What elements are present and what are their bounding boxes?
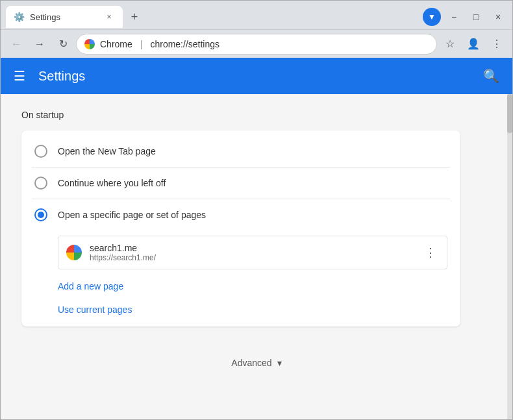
radio-button-1[interactable]: [34, 145, 47, 158]
download-icon: ▼: [428, 12, 436, 21]
back-button[interactable]: ←: [6, 34, 27, 55]
address-url: chrome://settings: [150, 39, 429, 49]
menu-button[interactable]: ⋮: [486, 34, 507, 55]
startup-option-3[interactable]: Open a specific page or set of pages: [21, 199, 460, 230]
startup-option-1-label: Open the New Tab page: [58, 146, 156, 156]
address-separator: |: [140, 39, 143, 49]
advanced-section: Advanced ▾: [1, 342, 512, 384]
bookmark-button[interactable]: ☆: [440, 34, 460, 55]
startup-page-item: search1.me https://search1.me/ ⋮: [58, 236, 447, 269]
settings-page-title: Settings: [38, 69, 483, 84]
use-current-pages-button[interactable]: Use current pages: [21, 298, 460, 321]
page-name: search1.me: [90, 243, 422, 253]
startup-option-2[interactable]: Continue where you left off: [21, 167, 460, 199]
new-tab-button[interactable]: +: [125, 8, 144, 26]
site-icon: [84, 39, 95, 49]
page-info: search1.me https://search1.me/: [90, 243, 422, 262]
startup-options-card: Open the New Tab page Continue where you…: [21, 130, 460, 327]
scrollbar-thumb[interactable]: [507, 94, 512, 133]
startup-option-1[interactable]: Open the New Tab page: [21, 136, 460, 167]
tab-favicon: ⚙️: [14, 12, 25, 22]
radio-button-3[interactable]: [34, 208, 47, 221]
active-tab[interactable]: ⚙️ Settings ×: [6, 6, 123, 28]
tab-title: Settings: [30, 12, 98, 22]
radio-button-2[interactable]: [34, 177, 47, 190]
address-bar[interactable]: Chrome | chrome://settings: [76, 34, 437, 55]
scrollbar[interactable]: [507, 94, 512, 419]
advanced-arrow-icon: ▾: [277, 358, 282, 368]
forward-button[interactable]: →: [29, 34, 50, 55]
settings-main: On startup Open the New Tab page Continu…: [1, 94, 481, 342]
tab-close-button[interactable]: ×: [103, 11, 115, 23]
add-new-page-button[interactable]: Add a new page: [21, 275, 460, 298]
minimize-button[interactable]: −: [445, 8, 463, 26]
window-controls: ▼ − □ ×: [423, 8, 507, 26]
startup-section-title: On startup: [21, 110, 460, 120]
maximize-button[interactable]: □: [467, 8, 485, 26]
startup-option-3-label: Open a specific page or set of pages: [58, 210, 206, 220]
reload-button[interactable]: ↻: [53, 34, 73, 55]
navigation-bar: ← → ↻ Chrome | chrome://settings ☆ 👤 ⋮: [1, 29, 512, 58]
search-settings-button[interactable]: 🔍: [483, 68, 499, 84]
title-bar: ⚙️ Settings × + ▼ − □ ×: [1, 1, 512, 29]
startup-pages-list: search1.me https://search1.me/ ⋮: [58, 236, 447, 269]
address-site: Chrome: [100, 39, 132, 49]
page-menu-button[interactable]: ⋮: [422, 243, 439, 262]
settings-content: On startup Open the New Tab page Continu…: [1, 94, 512, 419]
settings-header: ☰ Settings 🔍: [1, 58, 512, 94]
menu-icon[interactable]: ☰: [14, 68, 25, 84]
browser-window: ⚙️ Settings × + ▼ − □ × ← → ↻ Chrome | c…: [0, 0, 513, 420]
nav-actions: ☆ 👤 ⋮: [440, 34, 507, 55]
download-indicator[interactable]: ▼: [423, 8, 441, 26]
content-area: ☰ Settings 🔍 On startup Open the New Tab…: [1, 58, 512, 419]
startup-option-2-label: Continue where you left off: [58, 178, 166, 188]
advanced-label: Advanced: [231, 358, 271, 368]
profile-button[interactable]: 👤: [463, 34, 484, 55]
close-button[interactable]: ×: [489, 8, 507, 26]
page-favicon-icon: [66, 245, 82, 260]
page-url: https://search1.me/: [90, 253, 422, 262]
